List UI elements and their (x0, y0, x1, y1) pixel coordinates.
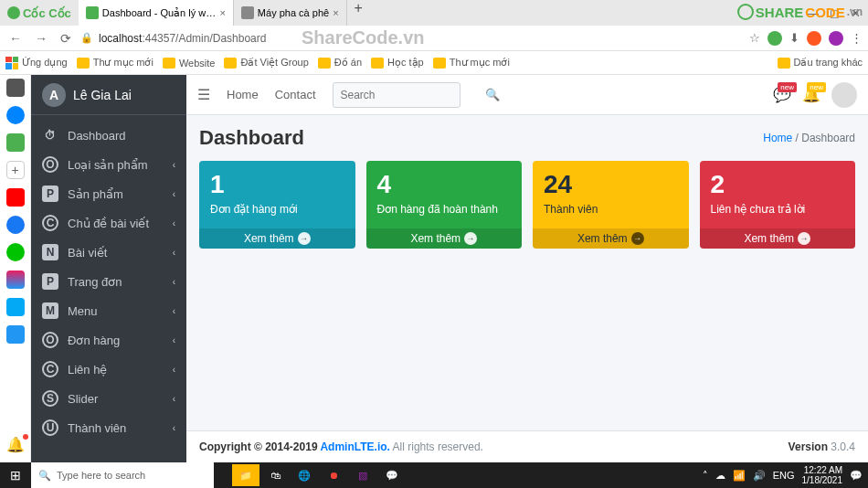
nav-link-home[interactable]: Home (227, 88, 259, 101)
tray-volume-icon[interactable]: 🔊 (753, 470, 766, 482)
browser-tab-active[interactable]: Dashboard - Quản lý website × (79, 0, 234, 26)
task-browser-icon[interactable]: 🌐 (291, 464, 318, 486)
search-icon[interactable]: 🔍 (485, 88, 500, 101)
os-facebook-icon[interactable] (6, 216, 25, 234)
stat-more-link[interactable]: Xem thêm → (366, 228, 523, 249)
nav-icon: C (42, 215, 58, 231)
forward-button[interactable]: → (31, 31, 51, 46)
os-add-icon[interactable]: + (6, 161, 25, 179)
stat-value: 4 (377, 170, 512, 199)
nav-icon: M (42, 302, 58, 319)
os-app-icon[interactable] (6, 298, 25, 316)
os-vtv-icon[interactable] (6, 271, 25, 289)
os-game-icon[interactable] (6, 133, 25, 152)
minimize-button[interactable]: — (807, 6, 819, 20)
tray-clock[interactable]: 12:22 AM 1/18/2021 (802, 465, 843, 485)
windows-taskbar: ⊞ 🔍 Type here to search 📁 🛍 🌐 ⏺ ▧ 💬 ˄ ☁ … (0, 462, 868, 488)
task-explorer-icon[interactable]: 📁 (232, 464, 259, 486)
apps-button[interactable]: Ứng dụng (5, 57, 68, 69)
other-bookmarks[interactable]: Dấu trang khác (778, 57, 863, 69)
os-messenger-icon[interactable] (6, 106, 25, 124)
extension-icon[interactable] (829, 31, 843, 46)
task-record-icon[interactable]: ⏺ (320, 464, 347, 486)
chevron-left-icon: ‹ (173, 365, 175, 375)
breadcrumb-home-link[interactable]: Home (763, 132, 792, 144)
nav-label: Đơn hàng (68, 334, 120, 347)
footer-link[interactable]: AdminLTE.io. (320, 440, 389, 453)
os-line-icon[interactable] (6, 243, 25, 261)
back-button[interactable]: ← (5, 31, 26, 46)
extension-icon[interactable] (807, 31, 821, 46)
os-settings-icon[interactable] (6, 79, 25, 97)
close-icon[interactable]: × (219, 7, 225, 18)
sidebar-item-thành-viên[interactable]: UThành viên‹ (31, 413, 186, 442)
bookmark-item[interactable]: Thư mục mới (433, 57, 510, 69)
tray-lang[interactable]: ENG (773, 470, 795, 481)
menu-icon[interactable]: ⋮ (851, 31, 863, 45)
folder-icon (224, 58, 237, 69)
folder-icon (371, 58, 384, 69)
bookmark-item[interactable]: Học tập (371, 57, 424, 69)
notification-bell-icon[interactable]: 🔔new (802, 86, 820, 103)
menu-toggle-icon[interactable]: ☰ (197, 86, 210, 103)
stat-label: Đơn đặt hàng mới (210, 203, 344, 216)
sidebar-item-chủ-đề-bài-viết[interactable]: CChủ đề bài viết‹ (31, 208, 186, 238)
task-zalo-icon[interactable]: 💬 (378, 464, 406, 486)
sidebar-item-menu[interactable]: MMenu‹ (31, 296, 186, 325)
search-input[interactable] (333, 89, 485, 101)
sidebar-item-liên-hệ[interactable]: CLiên hệ‹ (31, 355, 186, 384)
close-window-button[interactable]: ✕ (851, 6, 861, 20)
maximize-button[interactable]: ◻ (830, 6, 840, 20)
stat-label: Liên hệ chưa trả lời (711, 203, 845, 216)
stat-more-link[interactable]: Xem thêm → (199, 228, 355, 249)
nav-link-contact[interactable]: Contact (275, 88, 316, 101)
stat-value: 2 (711, 170, 845, 199)
stat-box-green: 4Đơn hàng đã hoàn thànhXem thêm → (366, 161, 523, 249)
admin-sidebar: A Lê Gia Lai ⏱DashboardOLoại sản phẩm‹PS… (31, 75, 186, 462)
task-store-icon[interactable]: 🛍 (261, 464, 289, 486)
download-icon[interactable]: ⬇ (789, 31, 799, 45)
sidebar-item-sản-phẩm[interactable]: PSản phẩm‹ (31, 179, 186, 208)
tray-cloud-icon[interactable]: ☁ (715, 470, 725, 482)
sidebar-item-loại-sản-phẩm[interactable]: OLoại sản phẩm‹ (31, 150, 186, 179)
bookmark-item[interactable]: Website (163, 58, 216, 69)
search-box: 🔍 (333, 82, 460, 108)
chevron-left-icon: ‹ (173, 394, 175, 404)
os-youtube-icon[interactable] (6, 188, 25, 207)
bookmark-item[interactable]: Thư mục mới (77, 57, 153, 69)
folder-icon (778, 58, 790, 69)
stat-more-link[interactable]: Xem thêm → (700, 228, 856, 249)
reload-button[interactable]: ⟳ (57, 31, 75, 46)
nav-label: Trang đơn (68, 275, 122, 289)
brand[interactable]: A Lê Gia Lai (31, 75, 186, 115)
nav-icon: U (42, 419, 58, 436)
url-input[interactable]: localhost:44357/Admin/Dashboard (99, 32, 744, 45)
notification-comments-icon[interactable]: 💬new (773, 86, 791, 103)
taskbar-search[interactable]: 🔍 Type here to search (31, 462, 214, 488)
bookmark-item[interactable]: Đất Việt Group (224, 57, 308, 69)
stat-box-blue: 1Đơn đặt hàng mớiXem thêm → (199, 161, 355, 249)
star-icon[interactable]: ☆ (749, 31, 760, 45)
os-notification-icon[interactable]: 🔔 (6, 436, 25, 453)
bookmark-item[interactable]: Đồ án (318, 57, 362, 69)
tray-wifi-icon[interactable]: 📶 (733, 470, 746, 482)
stat-more-link[interactable]: Xem thêm → (533, 228, 689, 249)
sidebar-item-slider[interactable]: SSlider‹ (31, 384, 186, 413)
task-vs-icon[interactable]: ▧ (349, 464, 376, 486)
new-tab-button[interactable]: + (347, 0, 370, 26)
tray-chevron-up-icon[interactable]: ˄ (703, 470, 708, 482)
close-icon[interactable]: × (333, 7, 338, 18)
tray-notifications-icon[interactable]: 💬 (850, 470, 863, 482)
os-app-icon[interactable] (6, 325, 25, 344)
sidebar-item-bài-viết[interactable]: NBài viết‹ (31, 238, 186, 267)
avatar[interactable] (831, 82, 857, 108)
sidebar-item-đơn-hàng[interactable]: OĐơn hàng‹ (31, 325, 186, 355)
sidebar-item-dashboard[interactable]: ⏱Dashboard (31, 121, 186, 150)
browser-tab-inactive[interactable]: Máy pha cà phê × (234, 0, 347, 26)
top-navbar: ☰ Home Contact 🔍 💬new 🔔new (186, 75, 868, 115)
start-button[interactable]: ⊞ (0, 468, 31, 483)
chevron-left-icon: ‹ (173, 189, 175, 199)
nav-label: Slider (68, 392, 98, 406)
sidebar-item-trang-đơn[interactable]: PTrang đơn‹ (31, 267, 186, 296)
extension-icon[interactable] (767, 31, 782, 46)
